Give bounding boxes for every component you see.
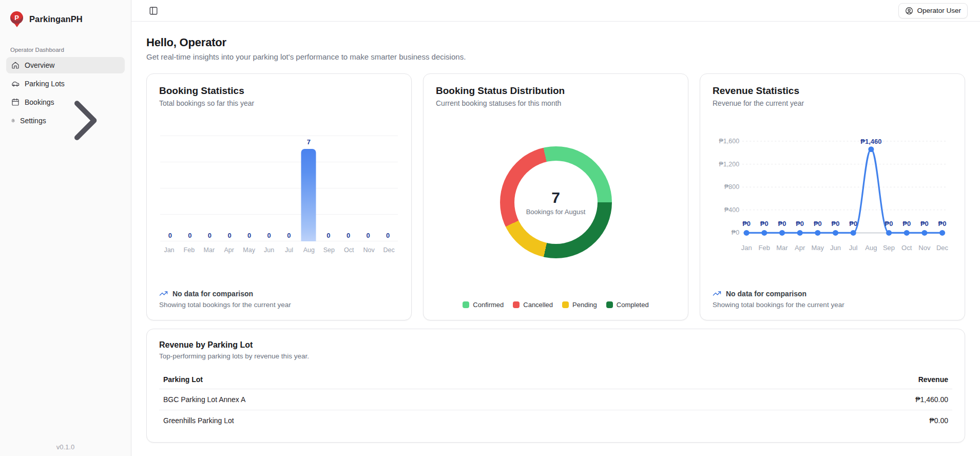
gridline [160,188,398,188]
legend-item-cancelled[interactable]: Cancelled [513,301,553,309]
cell-revenue: ₱1,460.00 [705,389,952,410]
bar-value-label: 0 [208,232,212,239]
bar-value-label: 0 [386,232,390,239]
panel-left-icon [149,6,158,15]
gridline [160,162,398,162]
page-title: Hello, Operator [146,36,965,49]
brand-logo-letter: P [10,11,23,24]
bar-value-label: 0 [188,232,191,239]
card-title: Revenue by Parking Lot [159,340,952,350]
point-value-label: ₱0 [849,220,857,227]
x-axis-label: Feb [759,244,770,252]
card-subtitle: Top-performing parking lots by revenue t… [159,352,952,360]
y-axis-label: ₱0 [732,229,739,236]
stats-cards-row: Booking Statistics Total bookings so far… [146,73,965,320]
legend-swatch [606,301,613,308]
donut-center-label: Bookings for August [526,208,586,216]
legend-item-confirmed[interactable]: Confirmed [463,301,504,309]
card-subtitle: Total bookings so far this year [159,99,399,107]
data-point-aug [868,146,874,152]
footer-subtitle: Showing total bookings for the current y… [159,301,399,309]
data-point-may [815,230,820,236]
data-point-jul [851,230,856,236]
page-subtitle: Get real-time insights into your parking… [146,52,965,61]
sidebar-item-label: Overview [25,61,54,69]
sidebar-item-settings[interactable]: Settings [6,112,125,129]
bar-value-label: 0 [347,232,350,239]
legend-swatch [463,301,469,308]
gridline [160,241,398,241]
brand-name: ParkinganPH [29,14,83,24]
data-point-apr [797,230,803,236]
x-axis-label: Jul [849,244,858,252]
y-axis-label: ₱1,200 [719,160,739,167]
user-menu-label: Operator User [917,7,961,14]
donut-center-value: 7 [551,189,560,206]
point-value-label: ₱0 [920,220,929,227]
donut-legend: ConfirmedCancelledPendingCompleted [436,297,676,309]
card-footer: No data for comparison Showing total boo… [159,282,399,309]
gridline [160,214,398,215]
legend-swatch [513,301,520,308]
x-axis-label: Jan [159,246,179,254]
bar-value-label: 0 [267,232,271,239]
data-point-jan [744,230,750,236]
column-header-parking-lot: Parking Lot [159,370,705,389]
x-axis-label: Nov [359,246,379,254]
user-menu-button[interactable]: Operator User [898,3,968,18]
footer-title: No data for comparison [726,290,806,298]
x-axis-label: Jun [830,244,841,252]
point-value-label: ₱0 [760,220,768,227]
revenue-by-parking-lot-card: Revenue by Parking Lot Top-performing pa… [146,329,965,443]
bar-value-label: 7 [307,138,311,146]
table-row: BGC Parking Lot Annex A₱1,460.00 [159,389,952,410]
data-point-dec [939,230,945,236]
sidebar-item-label: Settings [20,117,46,125]
x-axis-label: Apr [795,244,805,252]
car-icon [11,80,20,88]
point-value-label: ₱1,460 [860,137,881,145]
point-value-label: ₱0 [902,220,911,227]
card-footer: No data for comparison Showing total boo… [713,282,952,309]
point-value-label: ₱0 [814,220,822,227]
legend-label: Cancelled [523,301,553,309]
sidebar-item-overview[interactable]: Overview [6,57,125,73]
bar-chart-x-axis: JanFebMarAprMayJunJulAugSepOctNovDec [159,246,399,254]
sidebar-toggle-button[interactable] [147,4,160,17]
revenue-statistics-card: Revenue Statistics Revenue for the curre… [700,73,965,320]
point-value-label: ₱0 [796,220,804,227]
chevron-right-icon [51,86,120,155]
sidebar-section-label: Operator Dashboard [6,47,125,53]
bar-value-label: 0 [168,232,172,239]
x-axis-label: Aug [865,244,877,252]
data-point-jun [833,230,838,236]
trending-up-icon [159,289,168,298]
legend-label: Completed [617,301,649,309]
footer-title: No data for comparison [172,290,253,298]
cell-parking-lot: BGC Parking Lot Annex A [159,389,705,410]
bar-value-label: 0 [287,232,291,239]
data-point-sep [886,230,892,236]
legend-item-completed[interactable]: Completed [606,301,649,309]
legend-item-pending[interactable]: Pending [562,301,597,309]
calendar-icon [11,98,20,106]
brand-logo-pin-icon: P [10,11,24,27]
legend-label: Confirmed [473,301,504,309]
card-title: Booking Status Distribution [436,85,676,97]
gear-icon [11,117,15,125]
x-axis-label: Apr [219,246,239,254]
table-row: Greenhills Parking Lot₱0.00 [159,410,952,431]
x-axis-label: Nov [918,244,931,252]
x-axis-label: Feb [179,246,199,254]
revenue-line-chart-svg: ₱0₱400₱800₱1,200₱1,600₱0Jan₱0Feb₱0Mar₱0A… [713,131,952,259]
x-axis-label: May [239,246,259,254]
trending-up-icon [713,289,721,298]
data-point-oct [904,230,910,236]
x-axis-label: Sep [319,246,339,254]
revenue-table: Parking Lot Revenue BGC Parking Lot Anne… [159,370,952,431]
sidebar-nav: OverviewParking LotsBookingsSettings [6,57,125,129]
column-header-revenue: Revenue [705,370,952,389]
sidebar: P ParkinganPH Operator Dashboard Overvie… [0,0,131,456]
x-axis-label: May [812,244,824,252]
y-axis-label: ₱400 [724,206,739,214]
